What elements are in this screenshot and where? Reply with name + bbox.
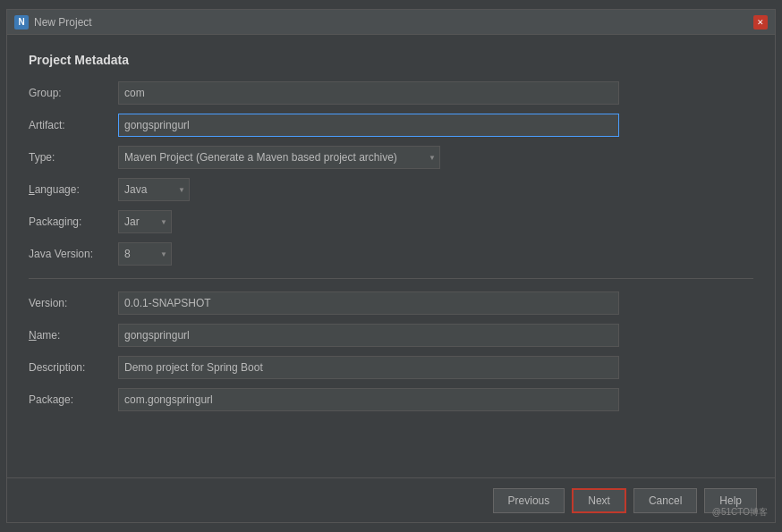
main-window: N New Project ✕ Project Metadata Group: … xyxy=(6,9,776,523)
type-dropdown[interactable]: Maven Project (Generate a Maven based pr… xyxy=(118,146,440,169)
next-button[interactable]: Next xyxy=(572,488,626,513)
name-label: Name: xyxy=(29,329,118,342)
type-dropdown-wrapper: Maven Project (Generate a Maven based pr… xyxy=(118,146,440,169)
java-version-row: Java Version: 8 xyxy=(29,242,753,266)
window-controls: ✕ xyxy=(753,15,768,30)
artifact-label: Artifact: xyxy=(29,119,118,131)
group-label: Group: xyxy=(29,87,118,99)
package-input[interactable] xyxy=(118,388,619,411)
language-dropdown[interactable]: Java xyxy=(118,178,190,201)
package-row: Package: xyxy=(29,388,753,411)
type-label: Type: xyxy=(29,151,118,164)
cancel-button[interactable]: Cancel xyxy=(633,488,697,513)
previous-button[interactable]: Previous xyxy=(493,488,565,513)
group-input[interactable] xyxy=(118,81,619,105)
language-row: Language: Java xyxy=(29,178,753,201)
footer: Previous Next Cancel Help @51CTO博客 xyxy=(7,477,775,522)
content-area: Project Metadata Group: Artifact: Type: … xyxy=(7,35,775,477)
watermark: @51CTO博客 xyxy=(712,506,768,519)
package-label: Package: xyxy=(29,393,118,406)
description-input[interactable] xyxy=(118,356,619,379)
title-bar: N New Project ✕ xyxy=(7,10,775,35)
window-icon: N xyxy=(14,15,29,30)
java-version-label: Java Version: xyxy=(29,248,118,260)
version-input[interactable] xyxy=(118,291,619,315)
packaging-row: Packaging: Jar xyxy=(29,210,753,233)
language-dropdown-wrapper: Java xyxy=(118,178,190,201)
language-label: Language: xyxy=(29,183,118,196)
type-row: Type: Maven Project (Generate a Maven ba… xyxy=(29,146,753,169)
group-row: Group: xyxy=(29,81,753,105)
artifact-row: Artifact: xyxy=(29,114,753,137)
section-title: Project Metadata xyxy=(29,53,753,67)
divider xyxy=(29,278,753,279)
java-version-dropdown[interactable]: 8 xyxy=(118,242,172,266)
version-label: Version: xyxy=(29,297,118,309)
close-button[interactable]: ✕ xyxy=(753,15,768,30)
packaging-dropdown-wrapper: Jar xyxy=(118,210,172,233)
artifact-input[interactable] xyxy=(118,114,619,137)
packaging-dropdown[interactable]: Jar xyxy=(118,210,172,233)
name-row: Name: xyxy=(29,324,753,347)
description-row: Description: xyxy=(29,356,753,379)
version-row: Version: xyxy=(29,291,753,315)
packaging-label: Packaging: xyxy=(29,215,118,228)
window-title: New Project xyxy=(34,16,753,29)
description-label: Description: xyxy=(29,361,118,374)
java-version-dropdown-wrapper: 8 xyxy=(118,242,172,266)
name-input[interactable] xyxy=(118,324,619,347)
